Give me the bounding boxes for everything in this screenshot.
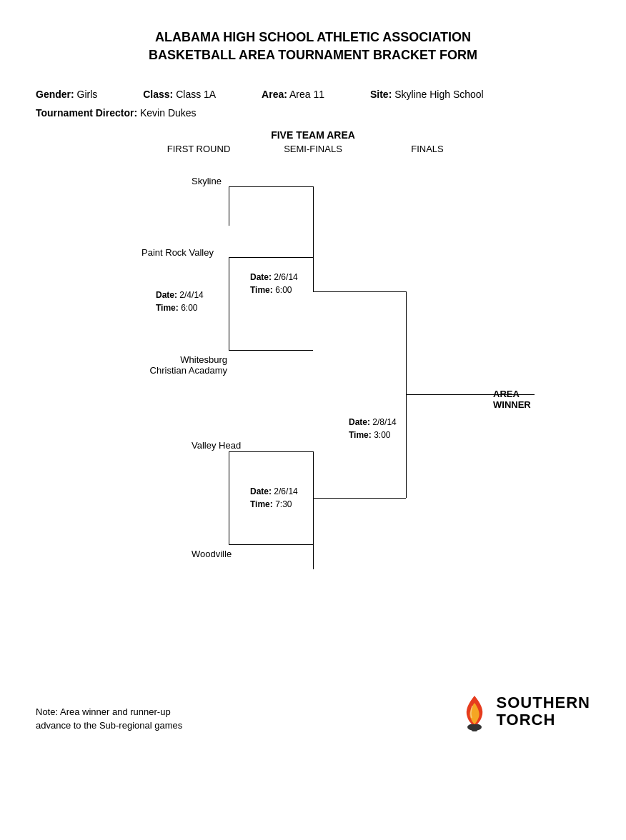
game4-time: Time: 3:00	[349, 430, 391, 440]
team-woodville: Woodville	[192, 549, 232, 559]
team-valley-head: Valley Head	[192, 440, 241, 451]
game1-time: Time: 6:00	[156, 303, 198, 313]
team-paint-rock-valley: Paint Rock Valley	[141, 247, 214, 258]
director-field: Tournament Director: Kevin Dukes	[36, 107, 218, 119]
game3-date: Date: 2/6/14	[250, 486, 298, 496]
meta-info: Gender: Girls Class: Class 1A Area: Area…	[36, 86, 590, 121]
page-header: ALABAMA HIGH SCHOOL ATHLETIC ASSOCIATION…	[36, 29, 590, 64]
first-round-label: FIRST ROUND	[141, 144, 256, 154]
site-field: Site: Skyline High School	[370, 89, 505, 100]
area-winner-label: AREA WINNER	[493, 389, 556, 410]
round-labels: FIRST ROUND SEMI-FINALS FINALS	[36, 144, 590, 154]
svg-rect-1	[472, 724, 477, 731]
game1-date: Date: 2/4/14	[156, 290, 204, 300]
class-field: Class: Class 1A	[143, 89, 240, 100]
game3-time: Time: 7:30	[250, 499, 292, 509]
semi-finals-label: SEMI-FINALS	[256, 144, 370, 154]
flame-icon	[459, 690, 491, 733]
team-whitesburg: WhitesburgChristian Acadamy	[141, 354, 227, 376]
bracket-title: FIVE TEAM AREA	[36, 129, 590, 141]
team-skyline: Skyline	[192, 176, 222, 186]
bracket-section: FIVE TEAM AREA FIRST ROUND SEMI-FINALS F…	[36, 129, 590, 154]
game2-date: Date: 2/6/14	[250, 272, 298, 282]
bracket-area: Skyline Paint Rock Valley Date: 2/4/14 T…	[70, 161, 556, 647]
area-field: Area: Area 11	[262, 89, 349, 100]
game4-date: Date: 2/8/14	[349, 417, 397, 427]
game2-time: Time: 6:00	[250, 285, 292, 295]
finals-label: FINALS	[370, 144, 485, 154]
footer: Note: Area winner and runner-upadvance t…	[36, 690, 590, 733]
page-title: ALABAMA HIGH SCHOOL ATHLETIC ASSOCIATION…	[36, 29, 590, 64]
footer-note: Note: Area winner and runner-upadvance t…	[36, 705, 182, 733]
logo-text: SOUTHERN TORCH	[497, 694, 590, 729]
southern-torch-logo: SOUTHERN TORCH	[459, 690, 590, 733]
gender-field: Gender: Girls	[36, 89, 121, 100]
